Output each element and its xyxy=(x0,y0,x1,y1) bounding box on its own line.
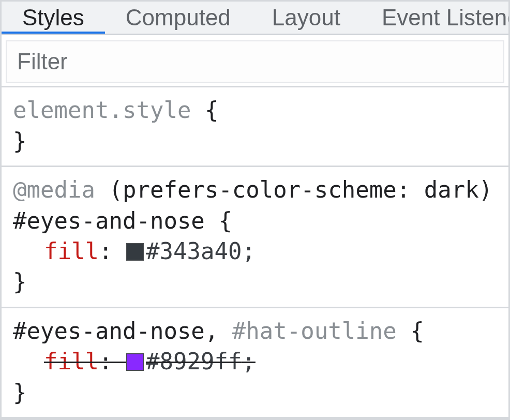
selector-part[interactable]: #eyes-and-nose xyxy=(13,318,205,344)
tab-label: Layout xyxy=(272,5,340,31)
declaration[interactable]: fill: #8929ff; xyxy=(13,346,497,377)
tab-label: Event Listeners xyxy=(382,5,508,31)
css-rule[interactable]: @media (prefers-color-scheme: dark) #eye… xyxy=(2,167,508,308)
css-rule[interactable]: #eyes-and-nose, #hat-outline { fill: #89… xyxy=(2,308,508,418)
selector-separator: , xyxy=(205,318,232,344)
css-rule[interactable]: element.style { } xyxy=(2,87,508,167)
open-brace: { xyxy=(218,207,232,234)
close-line: } xyxy=(13,126,497,156)
tab-layout[interactable]: Layout xyxy=(251,2,361,34)
selector[interactable]: #eyes-and-nose xyxy=(13,207,205,234)
close-line: } xyxy=(13,377,497,408)
selector-line: element.style { xyxy=(13,95,497,125)
selector-part[interactable]: #hat-outline xyxy=(232,318,397,344)
selector-line: #eyes-and-nose, #hat-outline { xyxy=(13,316,497,346)
close-line: } xyxy=(13,266,497,297)
close-brace: } xyxy=(13,128,27,154)
selector-line: #eyes-and-nose { xyxy=(13,205,497,236)
property[interactable]: fill xyxy=(44,238,99,264)
color-swatch-icon[interactable] xyxy=(126,243,144,261)
tab-bar: Styles Computed Layout Event Listeners xyxy=(2,2,508,35)
close-brace: } xyxy=(13,379,27,406)
declaration[interactable]: fill: #343a40; xyxy=(13,236,497,266)
open-brace: { xyxy=(410,318,424,344)
color-swatch-icon[interactable] xyxy=(126,353,144,371)
tab-styles[interactable]: Styles xyxy=(2,2,105,34)
open-brace: { xyxy=(205,97,219,123)
overridden-declaration: fill: #8929ff; xyxy=(44,348,256,374)
media-condition: (prefers-color-scheme: dark) xyxy=(109,176,492,203)
selector[interactable]: element.style xyxy=(13,97,191,123)
value[interactable]: #343a40 xyxy=(146,238,242,264)
value[interactable]: #8929ff xyxy=(146,348,242,374)
tab-label: Computed xyxy=(126,5,231,31)
property[interactable]: fill xyxy=(44,348,99,374)
tab-label: Styles xyxy=(22,5,84,31)
tab-computed[interactable]: Computed xyxy=(105,2,251,34)
media-line: @media (prefers-color-scheme: dark) xyxy=(13,174,497,205)
filter-bar xyxy=(2,35,508,87)
close-brace: } xyxy=(13,268,27,295)
media-keyword: @media xyxy=(13,176,95,203)
rule-list: element.style { } @media (prefers-color-… xyxy=(2,87,508,418)
styles-panel: Styles Computed Layout Event Listeners e… xyxy=(0,0,510,420)
tab-event-listeners[interactable]: Event Listeners xyxy=(361,2,508,34)
filter-input[interactable] xyxy=(6,40,504,83)
